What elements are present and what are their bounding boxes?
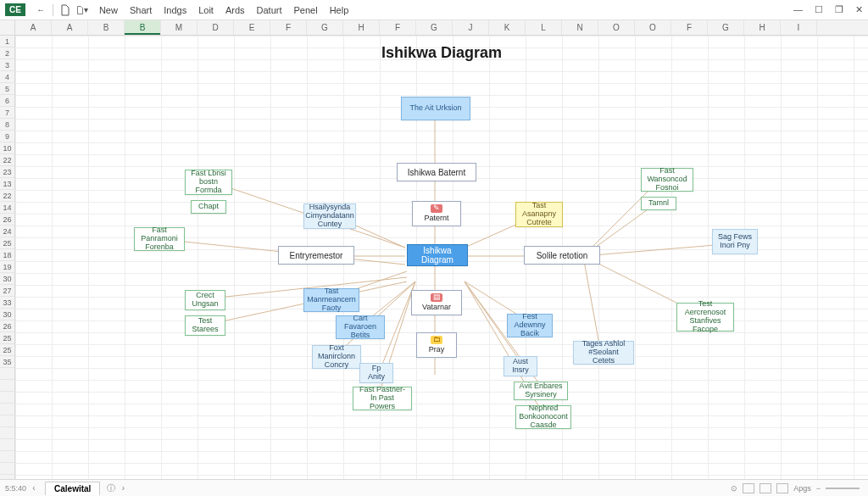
column-header[interactable]: O	[635, 20, 671, 35]
row-header[interactable]: 19	[0, 261, 14, 273]
view-page-icon[interactable]	[760, 483, 771, 493]
node-b7[interactable]: Sag Fews Inori Pny	[712, 229, 758, 254]
row-header[interactable]: 26	[0, 320, 14, 332]
zoom-slider[interactable]	[826, 488, 860, 489]
row-header[interactable]: 18	[0, 249, 14, 261]
view-break-icon[interactable]	[776, 483, 788, 493]
row-header[interactable]: 25	[0, 237, 14, 249]
menu-loit[interactable]: Loit	[198, 5, 214, 15]
node-top2[interactable]: Ishikwa Baternt	[397, 163, 476, 181]
menu-daturt[interactable]: Daturt	[257, 5, 282, 15]
row-header[interactable]: 22	[0, 154, 14, 166]
node-right-mid[interactable]: Solile retotion	[524, 246, 600, 265]
column-header[interactable]: L	[526, 20, 562, 35]
column-header[interactable]: B	[88, 20, 125, 35]
minimize-icon[interactable]: —	[793, 4, 803, 15]
restore-icon[interactable]: ❐	[835, 4, 843, 15]
column-header[interactable]: E	[234, 20, 270, 35]
select-all-corner[interactable]	[0, 20, 15, 35]
node-b4[interactable]: Aust Insry	[504, 356, 537, 376]
row-header[interactable]: 3	[0, 59, 14, 71]
menu-indgs[interactable]: Indgs	[164, 5, 186, 15]
row-header[interactable]	[0, 427, 14, 439]
row-header[interactable]: 25	[0, 344, 14, 356]
menu-help[interactable]: Help	[330, 5, 349, 15]
node-b3[interactable]: Fp Anity	[359, 363, 393, 383]
column-header[interactable]: G	[307, 20, 343, 35]
menu-ards[interactable]: Ards	[225, 5, 245, 15]
row-header[interactable]: 2	[0, 47, 14, 59]
column-header[interactable]: F	[270, 20, 307, 35]
column-header[interactable]: A	[52, 20, 88, 35]
row-header[interactable]: 27	[0, 285, 14, 297]
node-top3[interactable]: ✎ Paternt	[412, 201, 461, 226]
node-lb1[interactable]: Tast Manmeancern Faoty	[303, 288, 359, 312]
row-header[interactable]	[0, 380, 14, 392]
view-normal-icon[interactable]	[743, 483, 754, 493]
sheet-tab[interactable]: Calewital	[45, 482, 100, 495]
column-header[interactable]: K	[489, 20, 526, 35]
document-icon[interactable]	[59, 4, 71, 16]
sheet-prev-icon[interactable]: ‹	[26, 483, 42, 493]
node-b5[interactable]: Tages Ashlol #Seolant Cetets	[573, 341, 634, 365]
node-g3[interactable]: Fast Panramoni Forenba	[134, 227, 185, 251]
node-g10[interactable]: Tamnl	[641, 197, 676, 210]
node-g4[interactable]: Crect Ungsan	[185, 290, 225, 310]
zoom-out-icon[interactable]: −	[816, 484, 821, 493]
arrow-left-icon[interactable]: ←	[35, 4, 47, 16]
column-header[interactable]: F	[671, 20, 708, 35]
row-header[interactable]	[0, 392, 14, 404]
row-header[interactable]: 22	[0, 190, 14, 202]
row-header[interactable]: 6	[0, 95, 14, 107]
column-header[interactable]: N	[562, 20, 598, 35]
row-header[interactable]: 23	[0, 166, 14, 178]
node-g5[interactable]: Test Starees	[185, 315, 225, 336]
row-header[interactable]: 9	[0, 131, 14, 142]
node-g7[interactable]: Avit Enbares Syrsinery	[514, 382, 568, 400]
row-header[interactable]	[0, 463, 14, 475]
row-header[interactable]: 13	[0, 178, 14, 190]
row-header[interactable]	[0, 439, 14, 451]
node-b1[interactable]: Hsailysynda Cimysndatann Cuntey	[303, 203, 356, 229]
column-header[interactable]: H	[343, 20, 380, 35]
column-header[interactable]: G	[708, 20, 744, 35]
column-header[interactable]: F	[380, 20, 416, 35]
row-header[interactable]: 1	[0, 36, 14, 47]
node-g1[interactable]: Fast Lbnsi bostn Formda	[185, 170, 232, 195]
row-header[interactable]: 26	[0, 214, 14, 226]
row-header[interactable]: 33	[0, 297, 14, 309]
worksheet-canvas[interactable]: Ishikwa Diagram	[15, 36, 868, 479]
menu-new[interactable]: New	[99, 5, 118, 15]
node-b2[interactable]: Foxt Manirclonn Concry	[312, 345, 361, 369]
row-header[interactable]: 30	[0, 273, 14, 285]
node-top4[interactable]: ▤ Vatarnar	[411, 290, 462, 315]
row-header[interactable]: 30	[0, 309, 14, 320]
node-pray[interactable]: 🗀 Pray	[416, 332, 457, 358]
column-header[interactable]: A	[15, 20, 52, 35]
row-header[interactable]: 25	[0, 332, 14, 344]
column-header[interactable]: M	[161, 20, 198, 35]
node-center[interactable]: Ishikwa Diagram	[407, 244, 468, 266]
node-top1[interactable]: The Ait Urksion	[401, 97, 470, 120]
node-lb2[interactable]: Cart Favaroen Betits	[336, 315, 385, 339]
row-header[interactable]: 7	[0, 107, 14, 119]
row-header[interactable]	[0, 451, 14, 463]
document-dropdown-icon[interactable]: ▾	[76, 4, 88, 16]
row-header[interactable]: 8	[0, 119, 14, 131]
node-g6[interactable]: Fast Pastner-ln Past Powers	[353, 387, 412, 410]
row-header[interactable]	[0, 404, 14, 415]
column-header[interactable]: B	[125, 20, 161, 35]
node-g8[interactable]: Nephred Bonkoonocont Caasde	[515, 405, 571, 429]
node-yellow1[interactable]: Tast Asanapny Cutrete	[515, 202, 563, 227]
maximize-icon[interactable]: ☐	[815, 4, 823, 15]
column-header[interactable]: D	[198, 20, 234, 35]
row-header[interactable]: 10	[0, 142, 14, 154]
node-g2[interactable]: Chapt	[191, 200, 226, 214]
node-g11[interactable]: Test Aercrenosot Stanfives Facope	[676, 303, 734, 332]
node-g9[interactable]: Fast Wansoncod Fosnoi	[641, 168, 693, 192]
row-header[interactable]: 35	[0, 356, 14, 368]
column-header[interactable]: O	[598, 20, 635, 35]
sheet-next-icon[interactable]: ›	[115, 483, 131, 493]
row-header[interactable]	[0, 415, 14, 427]
column-header[interactable]: H	[744, 20, 781, 35]
